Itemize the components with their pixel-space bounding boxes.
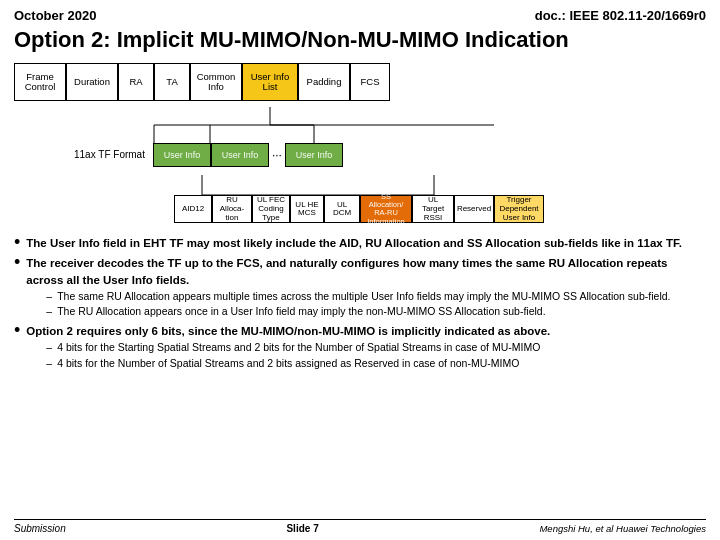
sf-cell-ul-dcm: UL DCM bbox=[324, 195, 360, 223]
tf-format-label: 11ax TF Format bbox=[74, 143, 145, 160]
doc-ref-label: doc.: IEEE 802.11-20/1669r0 bbox=[535, 8, 706, 23]
sub-bullet-3-1: – 4 bits for the Starting Spatial Stream… bbox=[46, 340, 706, 355]
footer: Submission Slide 7 Mengshi Hu, et al Hua… bbox=[14, 519, 706, 534]
tf-cells: User Info User Info ··· User Info bbox=[153, 143, 343, 167]
tf-cell-dots: ··· bbox=[269, 143, 285, 167]
tf-cell-userinfo-1: User Info bbox=[153, 143, 211, 167]
frame-cell-frame-control: FrameControl bbox=[14, 63, 66, 101]
tf-cell-userinfo-2: User Info bbox=[211, 143, 269, 167]
bullet-text-3: Option 2 requires only 6 bits, since the… bbox=[26, 323, 706, 370]
slide-number: Slide 7 bbox=[286, 523, 318, 534]
subfield-section: AID12 RUAlloca-tion UL FECCodingType UL … bbox=[174, 195, 706, 223]
date-label: October 2020 bbox=[14, 8, 96, 23]
sub-bullet-3-2: – 4 bits for the Number of Spatial Strea… bbox=[46, 356, 706, 371]
slide: October 2020 doc.: IEEE 802.11-20/1669r0… bbox=[0, 0, 720, 540]
tf-cell-userinfo-n: User Info bbox=[285, 143, 343, 167]
sub-bullet-2-2: – The RU Allocation appears once in a Us… bbox=[46, 304, 706, 319]
sub-bullet-2-1: – The same RU Allocation appears multipl… bbox=[46, 289, 706, 304]
bullets-section: • The User Info field in EHT TF may most… bbox=[14, 235, 706, 519]
tf-format-section: 11ax TF Format User Info User Info ··· U… bbox=[74, 143, 706, 167]
sf-cell-aid12: AID12 bbox=[174, 195, 212, 223]
frame-format-diagram: FrameControl Duration RA TA CommonInfo U… bbox=[14, 63, 706, 101]
frame-cell-user-info-list: User InfoList bbox=[242, 63, 298, 101]
subfield-cells: AID12 RUAlloca-tion UL FECCodingType UL … bbox=[174, 195, 544, 223]
bullet-2: • The receiver decodes the TF up to the … bbox=[14, 255, 706, 319]
bullet-dot-2: • bbox=[14, 253, 20, 271]
author-label: Mengshi Hu, et al Huawei Technologies bbox=[539, 523, 706, 534]
frame-cell-common-info: CommonInfo bbox=[190, 63, 242, 101]
submission-label: Submission bbox=[14, 523, 66, 534]
sf-cell-reserved: Reserved bbox=[454, 195, 494, 223]
frame-cell-ta: TA bbox=[154, 63, 190, 101]
slide-title: Option 2: Implicit MU-MIMO/Non-MU-MIMO I… bbox=[14, 27, 706, 53]
sf-cell-ru-allocation: RUAlloca-tion bbox=[212, 195, 252, 223]
bullet-dot-3: • bbox=[14, 321, 20, 339]
bullet-dot-1: • bbox=[14, 233, 20, 251]
bullet-text-2: The receiver decodes the TF up to the FC… bbox=[26, 255, 706, 319]
sf-cell-ul-target-rssi: UL TargetRSSI bbox=[412, 195, 454, 223]
frame-cell-duration: Duration bbox=[66, 63, 118, 101]
connector-svg bbox=[14, 107, 720, 143]
sf-cell-ul-fec: UL FECCodingType bbox=[252, 195, 290, 223]
sf-cell-ul-he-mcs: UL HEMCS bbox=[290, 195, 324, 223]
bullet-text-1: The User Info field in EHT TF may most l… bbox=[26, 235, 706, 251]
sf-cell-trigger-dependent: TriggerDependentUser Info bbox=[494, 195, 544, 223]
top-bar: October 2020 doc.: IEEE 802.11-20/1669r0 bbox=[14, 8, 706, 23]
diagram-area: FrameControl Duration RA TA CommonInfo U… bbox=[14, 63, 706, 231]
frame-cell-ra: RA bbox=[118, 63, 154, 101]
frame-cell-fcs: FCS bbox=[350, 63, 390, 101]
sf-cell-ss-allocation: SSAllocation/RA-RUInformation bbox=[360, 195, 412, 223]
bullet-1: • The User Info field in EHT TF may most… bbox=[14, 235, 706, 251]
bullet-3: • Option 2 requires only 6 bits, since t… bbox=[14, 323, 706, 370]
frame-cell-padding: Padding bbox=[298, 63, 350, 101]
